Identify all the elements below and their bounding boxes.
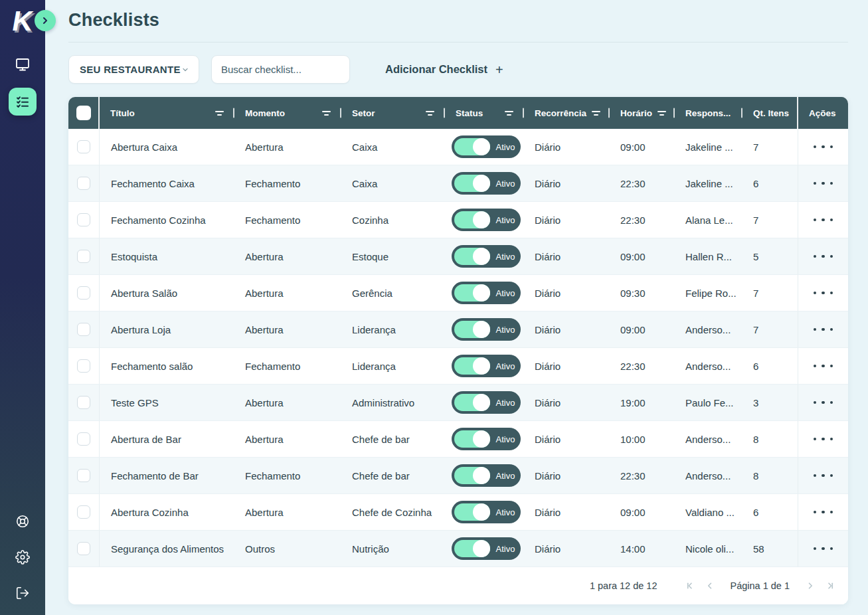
status-label: Ativo: [493, 252, 518, 262]
row-actions-button[interactable]: [810, 288, 837, 299]
column-header-recorrencia[interactable]: Recorrência: [524, 97, 610, 129]
row-checkbox[interactable]: [77, 140, 90, 153]
filter-icon[interactable]: [215, 111, 224, 116]
filter-icon[interactable]: [505, 111, 513, 116]
row-actions-button[interactable]: [810, 434, 837, 445]
cell-status: Ativo: [445, 421, 524, 457]
cell-qt-itens: 8: [742, 458, 798, 493]
status-toggle[interactable]: Ativo: [452, 209, 521, 231]
sidebar-item-dashboard[interactable]: [9, 50, 37, 78]
cell-acoes: [798, 275, 848, 311]
filter-icon[interactable]: [426, 111, 434, 116]
row-actions-button[interactable]: [810, 470, 837, 482]
row-checkbox[interactable]: [77, 177, 90, 190]
row-checkbox[interactable]: [77, 250, 90, 263]
cell-momento: Abertura: [234, 494, 341, 530]
lifebuoy-icon: [15, 514, 30, 529]
status-toggle[interactable]: Ativo: [452, 391, 521, 414]
main-content: Checklists SEU RESTAURANTE Adicionar Che…: [45, 0, 868, 615]
status-toggle[interactable]: Ativo: [452, 355, 521, 377]
filter-icon[interactable]: [592, 111, 600, 116]
cell-horario: 19:00: [610, 385, 675, 420]
cell-acoes: [798, 385, 848, 420]
toggle-track: [454, 321, 490, 338]
status-toggle[interactable]: Ativo: [452, 501, 521, 523]
restaurant-select[interactable]: SEU RESTAURANTE: [68, 55, 199, 84]
toggle-track: [454, 284, 490, 302]
status-label: Ativo: [493, 288, 518, 298]
row-actions-button[interactable]: [810, 507, 837, 518]
next-page-button[interactable]: [803, 578, 818, 593]
sidebar-expand-button[interactable]: [35, 10, 56, 31]
status-toggle[interactable]: Ativo: [452, 245, 521, 268]
status-label: Ativo: [493, 361, 518, 371]
row-actions-button[interactable]: [810, 543, 837, 555]
column-header-momento[interactable]: Momento: [234, 97, 341, 129]
cell-recorrencia: Diário: [524, 348, 610, 384]
logout-icon: [15, 586, 30, 600]
toggle-knob: [473, 503, 490, 521]
status-toggle[interactable]: Ativo: [452, 282, 521, 304]
row-checkbox[interactable]: [77, 359, 90, 373]
first-page-button[interactable]: [684, 578, 699, 593]
row-actions-button[interactable]: [810, 141, 837, 153]
column-header-qt-itens[interactable]: Qt. Itens: [742, 97, 798, 129]
column-header-status[interactable]: Status: [445, 97, 524, 129]
toggle-knob: [473, 357, 490, 375]
row-actions-button[interactable]: [810, 178, 837, 189]
row-checkbox[interactable]: [77, 286, 90, 300]
sidebar-item-checklists[interactable]: [9, 88, 37, 116]
title-divider: [68, 42, 848, 43]
row-actions-button[interactable]: [810, 397, 837, 408]
row-checkbox[interactable]: [77, 542, 90, 555]
status-toggle[interactable]: Ativo: [452, 318, 521, 341]
cell-status: Ativo: [445, 348, 524, 384]
toggle-track: [454, 394, 490, 411]
select-all-checkbox[interactable]: [76, 106, 91, 120]
row-actions-button[interactable]: [810, 324, 837, 335]
column-header-responsavel[interactable]: Respons...: [675, 97, 742, 129]
last-page-button[interactable]: [822, 578, 836, 593]
row-checkbox[interactable]: [77, 505, 90, 519]
toggle-track: [454, 248, 490, 265]
status-toggle[interactable]: Ativo: [452, 172, 521, 195]
column-header-setor[interactable]: Setor: [341, 97, 445, 129]
row-actions-button[interactable]: [810, 215, 837, 226]
prev-page-button[interactable]: [703, 578, 717, 593]
cell-horario: 14:00: [610, 531, 675, 567]
sidebar-item-settings[interactable]: [13, 547, 33, 567]
toggle-knob: [473, 248, 490, 265]
status-toggle[interactable]: Ativo: [452, 464, 521, 487]
column-header-titulo[interactable]: Título: [100, 97, 234, 129]
cell-momento: Abertura: [234, 129, 341, 165]
cell-setor: Caixa: [341, 165, 445, 201]
column-header-horario[interactable]: Horário: [610, 97, 675, 129]
cell-responsavel: Nicole oli...: [675, 531, 742, 567]
cell-acoes: [798, 165, 848, 201]
add-checklist-button[interactable]: Adicionar Checklist +: [385, 63, 503, 76]
row-checkbox[interactable]: [77, 432, 90, 446]
cell-recorrencia: Diário: [524, 458, 610, 493]
filter-icon[interactable]: [657, 111, 666, 116]
cell-recorrencia: Diário: [524, 494, 610, 530]
table-row: Fechamento Caixa Fechamento Caixa Ativo …: [68, 165, 848, 202]
filter-icon[interactable]: [322, 111, 331, 116]
search-input[interactable]: [211, 55, 350, 84]
toggle-knob: [473, 540, 490, 557]
sidebar-item-logout[interactable]: [13, 583, 33, 603]
restaurant-select-value: SEU RESTAURANTE: [80, 64, 181, 75]
cell-responsavel: Anderso...: [675, 348, 742, 384]
row-checkbox[interactable]: [77, 323, 90, 336]
row-checkbox[interactable]: [77, 396, 90, 409]
cell-qt-itens: 7: [742, 311, 798, 347]
row-actions-button[interactable]: [810, 251, 837, 262]
sidebar-item-support[interactable]: [13, 511, 33, 531]
status-toggle[interactable]: Ativo: [452, 537, 521, 560]
status-toggle[interactable]: Ativo: [452, 135, 521, 158]
cell-horario: 09:30: [610, 275, 675, 311]
row-checkbox[interactable]: [77, 469, 90, 482]
row-actions-button[interactable]: [810, 361, 837, 372]
cell-setor: Nutrição: [341, 531, 445, 567]
status-toggle[interactable]: Ativo: [452, 428, 521, 450]
row-checkbox[interactable]: [77, 213, 90, 226]
